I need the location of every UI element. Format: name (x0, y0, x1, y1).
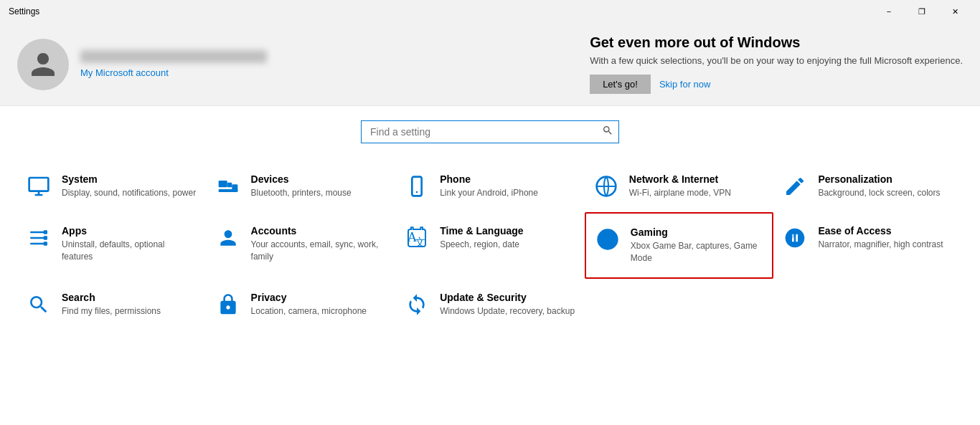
settings-text-search: SearchFind my files, permissions (62, 292, 161, 317)
settings-item-system[interactable]: SystemDisplay, sound, notifications, pow… (17, 161, 207, 212)
settings-text-personalization: PersonalizationBackground, lock screen, … (818, 173, 940, 199)
close-button[interactable]: ✕ (938, 0, 971, 23)
banner-desc: With a few quick selections, you'll be o… (590, 55, 963, 66)
settings-desc-phone: Link your Android, iPhone (440, 187, 538, 199)
settings-title-network: Network & Internet (629, 173, 731, 185)
settings-desc-update: Windows Update, recovery, backup (440, 305, 575, 317)
settings-desc-system: Display, sound, notifications, power (62, 187, 196, 199)
settings-item-ease[interactable]: Ease of AccessNarrator, magnifier, high … (773, 212, 963, 279)
settings-desc-devices: Bluetooth, printers, mouse (251, 187, 352, 199)
settings-desc-personalization: Background, lock screen, colors (818, 187, 940, 199)
settings-text-phone: PhoneLink your Android, iPhone (440, 173, 538, 199)
settings-title-ease: Ease of Access (818, 225, 943, 237)
settings-text-ease: Ease of AccessNarrator, magnifier, high … (818, 225, 943, 251)
settings-desc-network: Wi-Fi, airplane mode, VPN (629, 187, 731, 199)
settings-text-update: Update & SecurityWindows Update, recover… (440, 292, 575, 317)
settings-title-accounts: Accounts (251, 225, 387, 237)
settings-desc-accounts: Your accounts, email, sync, work, family (251, 239, 387, 263)
profile-info: My Microsoft account (80, 50, 267, 78)
settings-title-time: Time & Language (440, 225, 523, 237)
settings-item-accounts[interactable]: AccountsYour accounts, email, sync, work… (207, 212, 396, 279)
settings-desc-search: Find my files, permissions (62, 305, 161, 317)
time-icon: A文 (404, 225, 430, 251)
profile-right: Get even more out of Windows With a few … (590, 34, 963, 94)
search-icon (26, 292, 52, 317)
profile-actions: Let's go! Skip for now (590, 75, 963, 94)
svg-rect-2 (227, 183, 232, 188)
search-icon (602, 125, 613, 136)
settings-item-network[interactable]: Network & InternetWi-Fi, airplane mode, … (585, 161, 774, 212)
microsoft-account-link[interactable]: My Microsoft account (80, 67, 267, 78)
settings-text-network: Network & InternetWi-Fi, airplane mode, … (629, 173, 731, 199)
svg-rect-5 (413, 177, 422, 196)
search-button[interactable] (602, 125, 613, 139)
avatar (17, 39, 69, 90)
svg-point-6 (416, 191, 418, 194)
search-box (361, 120, 619, 143)
settings-text-apps: AppsUninstall, defaults, optional featur… (62, 225, 198, 263)
settings-text-time: Time & LanguageSpeech, region, date (440, 225, 523, 251)
settings-desc-gaming: Xbox Game Bar, captures, Game Mode (631, 240, 764, 264)
settings-title-apps: Apps (62, 225, 198, 237)
window-controls: − ❐ ✕ (872, 0, 971, 23)
settings-desc-apps: Uninstall, defaults, optional features (62, 239, 198, 263)
settings-item-gaming[interactable]: GamingXbox Game Bar, captures, Game Mode (585, 212, 774, 279)
settings-title-personalization: Personalization (818, 173, 940, 185)
settings-title-update: Update & Security (440, 292, 575, 303)
svg-point-17 (602, 234, 613, 245)
profile-banner: My Microsoft account Get even more out o… (0, 23, 980, 106)
restore-button[interactable]: ❐ (905, 0, 938, 23)
banner-title: Get even more out of Windows (590, 34, 963, 51)
settings-desc-ease: Narrator, magnifier, high contrast (818, 239, 943, 251)
settings-item-phone[interactable]: PhoneLink your Android, iPhone (395, 161, 585, 212)
settings-desc-privacy: Location, camera, microphone (251, 305, 367, 317)
search-input[interactable] (361, 120, 619, 143)
privacy-icon (215, 292, 241, 317)
settings-title-privacy: Privacy (251, 292, 367, 303)
settings-title-devices: Devices (251, 173, 352, 185)
titlebar: Settings − ❐ ✕ (0, 0, 980, 23)
svg-rect-0 (29, 178, 49, 191)
settings-title-gaming: Gaming (631, 226, 764, 238)
settings-title-search: Search (62, 292, 161, 303)
personalization-icon (782, 173, 808, 199)
settings-text-privacy: PrivacyLocation, camera, microphone (251, 292, 367, 317)
settings-text-devices: DevicesBluetooth, printers, mouse (251, 173, 352, 199)
system-icon (26, 173, 52, 199)
settings-title-system: System (62, 173, 196, 185)
app-title: Settings (9, 6, 39, 16)
svg-rect-13 (44, 242, 47, 245)
main-content: My Microsoft account Get even more out o… (0, 23, 980, 425)
settings-item-devices[interactable]: DevicesBluetooth, printers, mouse (207, 161, 396, 212)
phone-icon (404, 173, 430, 199)
settings-item-search[interactable]: SearchFind my files, permissions (17, 279, 207, 330)
svg-rect-1 (218, 181, 227, 187)
profile-name-blurred (80, 50, 267, 63)
settings-title-phone: Phone (440, 173, 538, 185)
settings-item-apps[interactable]: AppsUninstall, defaults, optional featur… (17, 212, 207, 279)
devices-icon (215, 173, 241, 199)
gaming-icon (595, 226, 621, 252)
settings-item-personalization[interactable]: PersonalizationBackground, lock screen, … (773, 161, 963, 212)
svg-rect-11 (44, 230, 47, 234)
update-icon (404, 292, 430, 317)
lets-go-button[interactable]: Let's go! (590, 75, 651, 94)
settings-item-time[interactable]: A文Time & LanguageSpeech, region, date (395, 212, 585, 279)
ease-icon (782, 225, 808, 251)
minimize-button[interactable]: − (872, 0, 905, 23)
accounts-icon (215, 225, 241, 251)
settings-text-accounts: AccountsYour accounts, email, sync, work… (251, 225, 387, 263)
user-icon (29, 50, 57, 79)
settings-desc-time: Speech, region, date (440, 239, 523, 251)
svg-rect-4 (232, 184, 237, 192)
skip-button[interactable]: Skip for now (659, 79, 711, 90)
settings-item-update[interactable]: Update & SecurityWindows Update, recover… (395, 279, 585, 330)
settings-text-system: SystemDisplay, sound, notifications, pow… (62, 173, 196, 199)
search-section (0, 106, 980, 155)
settings-text-gaming: GamingXbox Game Bar, captures, Game Mode (631, 226, 764, 264)
settings-item-privacy[interactable]: PrivacyLocation, camera, microphone (207, 279, 396, 330)
svg-rect-12 (44, 236, 47, 239)
apps-icon (26, 225, 52, 251)
profile-left: My Microsoft account (17, 39, 267, 90)
settings-grid: SystemDisplay, sound, notifications, pow… (0, 155, 980, 342)
